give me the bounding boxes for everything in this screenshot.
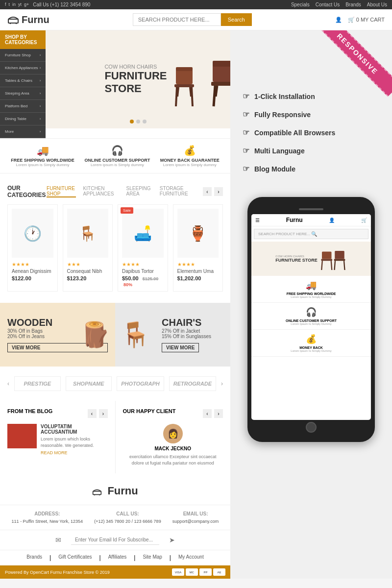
cart-count: 0: [356, 17, 359, 23]
youtube-icon[interactable]: yt: [18, 2, 22, 7]
testimonials-prev[interactable]: ‹: [203, 409, 212, 418]
cart-icon[interactable]: 🛒 0 MY CART: [348, 17, 385, 23]
footer-logo-icon: [92, 488, 102, 495]
dot-1[interactable]: [130, 120, 134, 123]
phone-support-icon: 🎧: [306, 307, 317, 318]
phone-search-text[interactable]: SEARCH PRODUCT HERE...: [258, 232, 311, 236]
product-name-3: Dapibus Tortor: [122, 269, 164, 274]
svg-rect-11: [213, 65, 231, 82]
phone-banner: COW HORN CHAIRS FURNITURE STORE: [251, 242, 371, 276]
logo[interactable]: Furnu: [7, 14, 49, 25]
subscribe-input[interactable]: [71, 535, 159, 545]
svg-rect-12: [213, 61, 231, 67]
svg-line-26: [334, 261, 335, 270]
blog-next[interactable]: ›: [99, 409, 108, 418]
phone-home-button[interactable]: [306, 422, 317, 433]
tab-storage[interactable]: STORAGE FURNITURE: [160, 186, 196, 197]
nav-contact[interactable]: Contact Us: [316, 2, 340, 7]
product-stars-1: ★★★★: [12, 262, 53, 267]
footer-link-affiliates[interactable]: Affiliates: [108, 554, 127, 561]
brands-prev-arrow[interactable]: ‹: [7, 380, 9, 387]
search-input[interactable]: [133, 13, 221, 26]
phone-search-icon[interactable]: 🔍: [311, 231, 364, 237]
phone-cart-icon[interactable]: 🛒: [361, 218, 367, 223]
blog-read-more[interactable]: READ MORE: [41, 450, 108, 455]
phone-screen: ☰ Furnu 👤 🛒 SEARCH PRODUCT HERE... 🔍 COW…: [251, 214, 371, 420]
instagram-icon[interactable]: in: [12, 2, 16, 7]
sidebar-title: SHOP BY CATEGORIES: [0, 30, 46, 49]
sidebar-item-dining[interactable]: Dining Table›: [0, 113, 46, 125]
dot-3[interactable]: [143, 120, 147, 123]
twitter-icon[interactable]: t: [9, 2, 10, 7]
product-img-2: 🪑: [67, 209, 109, 258]
footer-link-sitemap[interactable]: Site Map: [143, 554, 162, 561]
phone-menu-icon[interactable]: ☰: [255, 218, 260, 223]
testimonials-section: OUR HAPPY CLIENT ‹ › 👩 MACK JECKNO exerc…: [116, 401, 231, 473]
footer-link-gift[interactable]: Gift Certificates: [58, 554, 92, 561]
sidebar-item-furniture[interactable]: Furniture Shop›: [0, 49, 46, 62]
brand-4[interactable]: RETROGRADE: [169, 376, 216, 391]
sidebar-item-more[interactable]: More›: [0, 125, 46, 138]
language-icon: ☞: [243, 146, 249, 155]
footer-phone-text: (+12) 345 7800 20 / 123 6666 789: [94, 519, 161, 524]
brands-next-arrow[interactable]: ›: [221, 380, 223, 387]
nav-specials[interactable]: Specials: [291, 2, 310, 7]
brand-3[interactable]: PHOTOGRAPH: [117, 376, 164, 391]
nav-brands[interactable]: Brands: [345, 2, 361, 7]
brand-1[interactable]: PRESTIGE: [14, 376, 61, 391]
promo-chairs-link[interactable]: VIEW MORE: [162, 343, 199, 352]
phone-shipping-icon: 🚚: [306, 280, 317, 291]
footer-link-account[interactable]: My Account: [178, 554, 204, 561]
sidebar-item-sleeping[interactable]: Sleeping Area›: [0, 87, 46, 100]
tab-kitchen[interactable]: KITCHEN APPLIANCES: [83, 186, 119, 197]
product-name-2: Consequat Nibh: [67, 269, 109, 274]
sidebar-item-kitchen[interactable]: Kitchen Appliances›: [0, 62, 46, 74]
responsive-icon: ☞: [243, 110, 249, 119]
send-icon[interactable]: ➤: [169, 536, 175, 544]
nav-about[interactable]: About Us: [367, 2, 387, 7]
testimonials-next[interactable]: ›: [214, 409, 223, 418]
brand-2[interactable]: SHOPNAME: [66, 376, 112, 391]
product-card-1: 🕐 ★★★★ Aenean Dignissim $122.00: [7, 204, 58, 292]
phone-money-icon: 💰: [306, 334, 317, 344]
google-icon[interactable]: g+: [24, 2, 29, 7]
service-support: 🎧 ONLINE CUSTOMER SUPPORT Lorem ipsum is…: [84, 145, 150, 167]
feature-4-label: Multi Language: [254, 147, 305, 155]
testimonials-title: OUR HAPPY CLIENT: [123, 408, 176, 414]
phone-user-icon[interactable]: 👤: [329, 218, 335, 223]
phone-service-money-sub: Lorom Ipsum Is Simply Dummy: [291, 349, 331, 352]
prev-arrow[interactable]: ‹: [203, 187, 212, 196]
blog-nav-arrows: ‹ ›: [88, 409, 108, 418]
user-icon[interactable]: 👤: [335, 17, 342, 23]
product-img-1: 🕐: [12, 209, 53, 258]
tab-furniture[interactable]: FURNITURE SHOP: [47, 186, 76, 197]
sidebar-item-platform[interactable]: Platform Bed›: [0, 100, 46, 113]
next-arrow[interactable]: ›: [214, 187, 223, 196]
search-button[interactable]: Search: [221, 13, 252, 26]
sidebar-item-tables[interactable]: Tables & Chairs›: [0, 74, 46, 87]
dot-2[interactable]: [136, 120, 140, 123]
footer-link-brands[interactable]: Brands: [26, 554, 42, 561]
product-stars-2: ★★★: [67, 262, 109, 267]
svg-line-7: [192, 87, 193, 106]
facebook-icon[interactable]: f: [5, 2, 6, 7]
hero-area: SHOP BY CATEGORIES Furniture Shop› Kitch…: [0, 30, 230, 138]
promo-chairs-title: CHAIR'S: [162, 317, 223, 328]
product-name-4: Elementum Uma: [177, 269, 219, 274]
tab-sleeping[interactable]: SLEEPING AREA: [126, 186, 152, 197]
footer-phone: CALL US: (+12) 345 7800 20 / 123 6666 78…: [94, 511, 161, 524]
product-stars-4: ★★★★: [177, 262, 219, 267]
footer-email: EMAIL US: support@company.com: [172, 511, 219, 524]
svg-rect-24: [334, 259, 345, 261]
blog-prev[interactable]: ‹: [88, 409, 97, 418]
blog-section: FROM THE BLOG ‹ › VOLUPTATIM ACCUSANTIUM…: [0, 401, 116, 473]
cart-label: MY CART: [361, 17, 385, 23]
left-section: SHOP BY CATEGORIES Furniture Shop› Kitch…: [0, 30, 230, 579]
click-install-icon: ☞: [243, 92, 249, 101]
feature-2-label: Fully Responsive: [254, 111, 311, 119]
hero-subtitle: COW HORN CHAIRS: [104, 64, 167, 70]
footer-logo: Furnu: [0, 477, 230, 505]
blog-content: VOLUPTATIM ACCUSANTIUM Lorem ipsum which…: [41, 424, 108, 455]
testimonial-text: exercitation ullamco Excepteur sint occa…: [123, 454, 223, 466]
phone-service-shipping: 🚚 FREE SHIPPING WORLDWIDE Lorom Ipsum Is…: [251, 276, 371, 303]
